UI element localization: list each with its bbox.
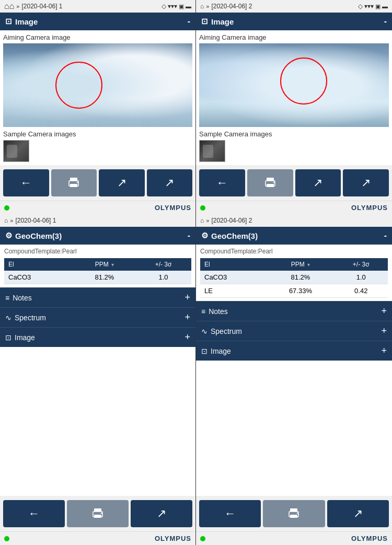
left-image2-plus[interactable]: + <box>185 332 190 343</box>
left-expand1-button[interactable]: ↗ <box>99 169 145 196</box>
wifi-icon: ▾▾▾ <box>168 3 177 10</box>
right-spectrum-title: ∿ Spectrum <box>201 327 242 335</box>
left-col-el: El <box>4 258 74 271</box>
right-chevrons: » <box>206 3 209 9</box>
left-bottom-print-button[interactable] <box>67 500 129 527</box>
right-expand1-button[interactable]: ↗ <box>295 169 341 196</box>
left-spectrum-section[interactable]: ∿ Spectrum + <box>0 307 195 327</box>
left-image2-icon: ⊡ <box>5 333 11 342</box>
left-image-minus-btn[interactable]: - <box>188 17 190 26</box>
left-col-ppm[interactable]: PPM ▾ <box>74 258 135 271</box>
left-bottom-expand-button[interactable]: ↗ <box>131 500 192 527</box>
right-image-minus-btn[interactable]: - <box>384 17 387 26</box>
right-home-icon-2[interactable]: ⌂ <box>200 217 204 224</box>
left-bottom-print-icon <box>91 507 104 520</box>
left-notes-section[interactable]: ≡ Notes + <box>0 287 195 307</box>
left-print-icon <box>67 177 80 189</box>
right-row2-sigma: 0.42 <box>334 284 388 298</box>
left-panel: ⌂ » [2020-04-06] 1 ◇ ▾▾▾ ▣ ▬ ⊡ Image - A… <box>0 0 196 545</box>
right-print-button[interactable] <box>247 169 293 196</box>
table-row: CaCO3 81.2% 1.0 <box>200 271 388 284</box>
right-notes-section[interactable]: ≡ Notes + <box>196 301 392 321</box>
right-home-icon[interactable]: ⌂ <box>200 3 204 10</box>
left-row1-el: CaCO3 <box>4 271 74 284</box>
right-geochem-title-text: GeoChem(3) <box>211 231 258 240</box>
svg-point-3 <box>77 182 78 183</box>
right-image-area: Aiming Camera image Sample Camera images <box>196 30 392 165</box>
right-status-icons: ◇ ▾▾▾ ▣ ▬ <box>358 3 388 10</box>
right-row1-sigma: 1.0 <box>334 271 388 284</box>
left-back-button[interactable]: ← <box>3 169 49 196</box>
left-home-icon[interactable]: ⌂ <box>4 2 14 11</box>
left-bottom-back-button[interactable]: ← <box>3 500 65 527</box>
right-image-header-icon: ⊡ <box>201 17 208 26</box>
right-expand2-button[interactable]: ↗ <box>343 169 389 196</box>
left-red-circle <box>55 62 102 109</box>
right-bottom-back-button[interactable]: ← <box>199 500 261 527</box>
left-top-status-bar: ⌂ » [2020-04-06] 1 ◇ ▾▾▾ ▣ ▬ <box>0 0 195 13</box>
right-image2-icon: ⊡ <box>201 347 207 355</box>
left-col-sigma: +/- 3σ <box>135 258 191 271</box>
right-geochem-header: ⚙ GeoChem(3) - <box>196 227 392 245</box>
table-row: CaCO3 81.2% 1.0 <box>4 271 191 284</box>
right-spectrum-section[interactable]: ∿ Spectrum + <box>196 321 392 341</box>
right-bottom-expand-button[interactable]: ↗ <box>327 500 389 527</box>
left-image2-label: Image <box>15 333 35 342</box>
left-bottom-toolbar: ← ↗ <box>0 496 195 531</box>
left-notes-title: ≡ Notes <box>5 294 32 302</box>
right-print-icon <box>264 177 276 189</box>
right-spacer <box>196 361 392 496</box>
left-spectrum-icon: ∿ <box>5 314 11 322</box>
svg-rect-0 <box>70 178 77 181</box>
right-image-section2[interactable]: ⊡ Image + <box>196 341 392 361</box>
svg-rect-4 <box>94 508 101 512</box>
left-status-icons: ◇ ▾▾▾ ▣ ▬ <box>162 3 191 10</box>
right-bottom-print-button[interactable] <box>263 500 325 527</box>
left-image-section2[interactable]: ⊡ Image + <box>0 327 195 347</box>
right-signal-icon: ◇ <box>358 3 363 10</box>
right-top-status-bar: ⌂ » [2020-04-06] 2 ◇ ▾▾▾ ▣ ▬ <box>196 0 392 13</box>
right-sample-camera-label: Sample Camera images <box>199 130 389 138</box>
right-spectrum-plus[interactable]: + <box>381 326 387 337</box>
left-notes-plus[interactable]: + <box>185 292 190 303</box>
svg-rect-6 <box>94 515 101 518</box>
left-status-footer-1: OLYMPUS <box>0 201 195 214</box>
right-col-ppm[interactable]: PPM ▾ <box>267 258 334 271</box>
left-image2-title: ⊡ Image <box>5 333 35 342</box>
left-geochem-content: CompoundTemplate:Pearl El PPM ▾ +/- 3σ C… <box>0 245 195 287</box>
right-chevrons-2: » <box>206 217 209 224</box>
right-image2-plus[interactable]: + <box>381 345 387 356</box>
left-second-status-bar: ⌂ » [2020-04-06] 1 <box>0 214 195 227</box>
right-geochem-minus[interactable]: - <box>384 231 387 240</box>
left-geochem-minus[interactable]: - <box>188 231 190 240</box>
right-notes-icon: ≡ <box>201 307 205 316</box>
right-image-title-text: Image <box>211 17 234 26</box>
left-image-title: ⊡ Image <box>5 17 38 26</box>
left-geochem-icon: ⚙ <box>5 231 12 240</box>
right-back-button[interactable]: ← <box>199 169 245 196</box>
left-image-section-header: ⊡ Image - <box>0 13 195 30</box>
right-image2-label: Image <box>211 347 231 355</box>
left-expand2-button[interactable]: ↗ <box>147 169 193 196</box>
usb-icon: ▣ <box>179 3 184 10</box>
left-geochem-title: ⚙ GeoChem(3) <box>5 231 62 240</box>
right-col-el: El <box>200 258 267 271</box>
left-row1-ppm: 81.2% <box>74 271 135 284</box>
left-spectrum-plus[interactable]: + <box>185 312 190 323</box>
battery-icon: ▬ <box>186 3 191 9</box>
left-home-icon-2[interactable]: ⌂ <box>4 217 8 224</box>
right-notes-label: Notes <box>209 307 228 316</box>
right-green-dot-2 <box>200 536 205 541</box>
right-second-status-bar: ⌂ » [2020-04-06] 2 <box>196 214 392 227</box>
right-notes-plus[interactable]: + <box>381 306 387 317</box>
svg-point-11 <box>273 182 274 183</box>
left-aiming-camera-label: Aiming Camera image <box>3 33 192 41</box>
right-geochem-title: ⚙ GeoChem(3) <box>201 231 258 240</box>
svg-rect-14 <box>290 515 297 518</box>
left-print-button[interactable] <box>51 169 97 196</box>
left-compound-template: CompoundTemplate:Pearl <box>4 248 191 255</box>
right-usb-icon: ▣ <box>375 3 381 10</box>
right-status-footer-2: OLYMPUS <box>196 531 392 545</box>
left-status-footer-2: OLYMPUS <box>0 531 195 545</box>
right-toolbar: ← ↗ ↗ <box>196 165 392 201</box>
